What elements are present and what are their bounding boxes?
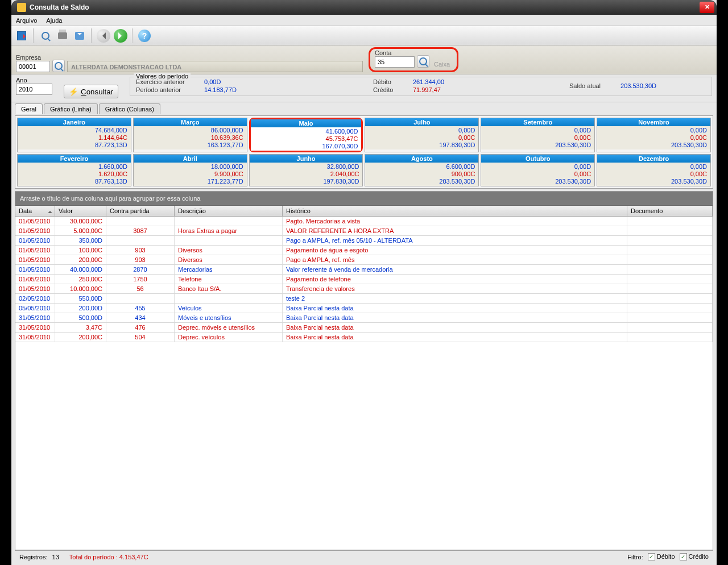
checkbox-icon: ✓ [680,553,687,560]
table-row[interactable]: 01/05/201030.000,00CPagto. Mercadorias a… [15,217,713,226]
credito-value: 71.997,47 [413,86,441,93]
help-button[interactable]: ? [136,28,152,44]
bolt-icon: ⚡ [69,88,78,96]
conta-name-display: Caixa [432,61,452,68]
month-junho[interactable]: Junho32.800,00D2.040,00C197.830,30D [249,154,363,186]
valores-legend: Valores do período [134,73,191,80]
table-row[interactable]: 01/05/20105.000,00C3087Horas Extras a pa… [15,226,713,236]
month-values: 0,00D0,00C203.530,30D [597,126,710,149]
ano-input[interactable] [16,84,52,95]
print-button[interactable] [55,28,71,44]
saldo-value: 203.530,30D [621,82,656,89]
col-descricao[interactable]: Descrição [175,206,283,216]
table-row[interactable]: 01/05/2010100,00C903DiversosPagamento de… [15,246,713,255]
magnifier-icon [55,62,63,70]
table-row[interactable]: 01/05/2010200,00C903DiversosPago a AMPLA… [15,255,713,265]
sort-asc-icon [48,209,52,213]
menu-arquivo[interactable]: Arquivo [11,17,42,24]
content: Janeiro74.684,00D1.144,64C87.723,13DMarç… [11,114,717,565]
month-header: Agosto [365,155,478,163]
empresa-lookup-button[interactable] [52,60,65,72]
registros-value: 13 [52,554,59,560]
month-header: Janeiro [18,118,131,126]
month-values: 86.000,00D10.639,36C163.123,77D [134,126,247,149]
col-historico[interactable]: Histórico [283,206,627,216]
month-values: 0,00D0,00C203.530,30D [597,163,710,186]
month-header: Outubro [481,155,594,163]
forward-button[interactable] [113,28,129,44]
month-header: Julho [365,118,478,126]
month-janeiro[interactable]: Janeiro74.684,00D1.144,64C87.723,13D [17,118,131,152]
grid-header: Data Valor Contra partida Descrição Hist… [15,206,713,217]
window: Consulta de Saldo ✕ Arquivo Ajuda ? Empr… [11,0,717,565]
month-header: Março [134,118,247,126]
tab-grafico-colunas[interactable]: Gráfico (Colunas) [99,103,160,114]
export-button[interactable] [72,28,88,44]
month-fevereiro[interactable]: Fevereiro1.660,00D1.620,00C87.763,13D [17,154,131,186]
toolbar: ? [11,26,717,45]
preview-button[interactable] [38,28,53,44]
consultar-button[interactable]: ⚡CConsultaronsultar [64,85,118,98]
window-title: Consulta de Saldo [30,3,700,11]
exit-button[interactable] [14,28,30,44]
month-abril[interactable]: Abril18.000,00D9.900,00C171.223,77D [133,154,247,186]
month-values: 0,00D0,00C203.530,30D [481,126,594,149]
table-row[interactable]: 02/05/2010550,00Dteste 2 [15,294,713,304]
table-row[interactable]: 01/05/2010350,00DPago a AMPLA, ref. mês … [15,236,713,246]
checkbox-icon: ✓ [648,553,655,560]
menu-ajuda[interactable]: Ajuda [42,17,67,24]
ano-label: Ano [16,77,52,84]
group-hint[interactable]: Arraste o título de uma coluna aqui para… [15,192,713,206]
month-values: 32.800,00D2.040,00C197.830,30D [250,163,363,186]
col-data[interactable]: Data [15,206,55,216]
grid-area: Arraste o título de uma coluna aqui para… [15,191,713,550]
month-header: Maio [251,119,362,127]
table-row[interactable]: 01/05/201040.000,00D2870Mercadorias Valo… [15,265,713,275]
table-row[interactable]: 01/05/2010250,00C1750Telefone Pagamento … [15,275,713,284]
filtro-credito[interactable]: ✓Crédito [680,553,709,560]
month-novembro[interactable]: Novembro0,00D0,00C203.530,30D [597,118,711,152]
col-valor[interactable]: Valor [55,206,106,216]
conta-lookup-button[interactable] [417,55,429,68]
month-values: 0,00D0,00C197.830,30D [365,126,478,149]
tab-geral[interactable]: Geral [15,103,43,114]
col-documento[interactable]: Documento [627,206,713,216]
grid-body[interactable]: 01/05/201030.000,00CPagto. Mercadorias a… [15,217,713,550]
month-agosto[interactable]: Agosto6.600,00D900,00C203.530,30D [365,154,479,186]
help-icon: ? [138,30,151,42]
month-values: 1.660,00D1.620,00C87.763,13D [18,163,131,186]
close-button[interactable]: ✕ [700,2,714,13]
table-row[interactable]: 31/05/2010200,00C504Deprec. veículosBaix… [15,333,713,342]
month-março[interactable]: Março86.000,00D10.639,36C163.123,77D [133,118,247,152]
month-header: Novembro [597,118,710,126]
month-outubro[interactable]: Outubro0,00D0,00C203.530,30D [481,154,595,186]
tab-grafico-linha[interactable]: Gráfico (Linha) [44,103,98,114]
menubar: Arquivo Ajuda [11,15,717,26]
filtro-label: Filtro: [627,554,643,560]
month-values: 74.684,00D1.144,64C87.723,13D [18,126,131,149]
month-dezembro[interactable]: Dezembro0,00D0,00C203.530,30D [597,154,711,186]
empresa-code-input[interactable] [16,61,50,72]
separator [91,28,92,43]
back-button[interactable] [96,28,111,44]
debito-value: 261.344,00 [413,78,444,85]
printer-icon [58,32,67,39]
month-header: Fevereiro [18,155,131,163]
periodo-anterior-value: 14.183,77D [204,86,237,93]
table-row[interactable]: 01/05/201010.000,00C56Banco Itau S/A.Tra… [15,284,713,294]
app-icon [17,3,26,12]
months-panel: Janeiro74.684,00D1.144,64C87.723,13DMarç… [15,115,713,189]
table-row[interactable]: 05/05/2010200,00D455VeículosBaixa Parcia… [15,304,713,313]
filtro-debito[interactable]: ✓Débito [648,553,675,560]
conta-code-input[interactable] [375,56,415,68]
separator [132,28,133,43]
month-maio[interactable]: Maio41.600,00D45.753,47C167.070,30D [249,118,363,152]
table-row[interactable]: 31/05/2010500,00D434Móveis e utensíliosB… [15,313,713,323]
month-values: 18.000,00D9.900,00C171.223,77D [134,163,247,186]
debito-label: Débito [373,78,402,85]
col-contra-partida[interactable]: Contra partida [106,206,175,216]
month-julho[interactable]: Julho0,00D0,00C197.830,30D [365,118,479,152]
mid-strip: Ano ⚡CConsultaronsultar Valores do perío… [11,74,717,102]
table-row[interactable]: 31/05/20103,47C476Deprec. móveis e utens… [15,323,713,333]
month-setembro[interactable]: Setembro0,00D0,00C203.530,30D [481,118,595,152]
